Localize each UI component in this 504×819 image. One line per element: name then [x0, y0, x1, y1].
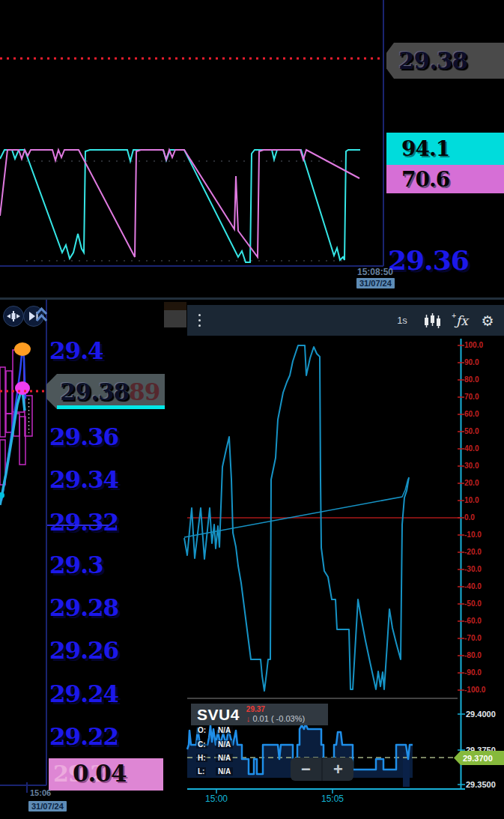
stoch-d-value-label: 70.6	[386, 165, 504, 193]
axis-ticks	[216, 345, 465, 794]
kebab-icon	[198, 314, 201, 316]
current-price-faded-digits: 89	[129, 378, 160, 405]
fit-scale-icon	[7, 310, 20, 322]
magenta-signal-marker	[15, 381, 30, 395]
current-price-main: 29.38	[46, 378, 129, 405]
stoch-k-value-label: 94.1	[386, 133, 504, 165]
osc-axis-label: 0.0	[464, 513, 475, 522]
range-box: 29.2 0.04	[49, 758, 163, 791]
interval-label: 1s	[397, 315, 407, 326]
fit-scale-button[interactable]	[3, 306, 24, 327]
indicators-plus: +	[452, 312, 456, 320]
alert-price-text: 29.38	[386, 47, 467, 74]
ladder-price-label: 29.26	[49, 637, 118, 664]
osc-axis-label: 50.0	[464, 427, 479, 435]
ladder-price-label: 29.28	[49, 594, 118, 621]
symbol-name: SVU4	[197, 706, 240, 724]
time-axis-label: 15:05	[321, 794, 344, 804]
fx-icon: ƒx	[456, 313, 468, 328]
last-price-badge: 29.3700	[454, 751, 504, 765]
zoom-controls: − +	[291, 758, 353, 781]
ohlc-high-row: H: N/A	[196, 754, 207, 762]
osc-axis-label: -40.0	[464, 582, 482, 590]
zoom-out-button[interactable]: −	[291, 758, 321, 781]
current-price-box: 29.38 89	[46, 374, 165, 409]
osc-axis-label: 100.0	[464, 341, 483, 349]
indicators-button[interactable]: + ƒx	[446, 305, 473, 336]
zoom-in-button[interactable]: +	[323, 758, 353, 781]
collapse-panel-button[interactable]	[35, 306, 48, 326]
ladder-price-label: 29.24	[49, 680, 118, 707]
settings-button[interactable]: ⚙	[475, 305, 500, 336]
ohlc-open-row: O: N/A	[196, 726, 207, 734]
osc-axis-label: -50.0	[464, 599, 482, 608]
osc-axis-label: 90.0	[464, 358, 479, 366]
candlestick-icon	[423, 313, 441, 328]
current-price-underline	[57, 405, 165, 409]
trading-app-window: 29.38 94.1 70.6 29.36 15:08:50 31/07/24 …	[0, 0, 504, 819]
ladder-price-label: 29.36	[49, 423, 118, 450]
osc-axis-label: -80.0	[464, 651, 482, 659]
last-price: 29.37	[246, 706, 305, 713]
osc-axis-label: -20.0	[464, 548, 482, 556]
osc-axis-label: 10.0	[464, 496, 479, 504]
orange-signal-marker	[14, 342, 31, 356]
interval-selector[interactable]: 1s	[391, 305, 413, 336]
top-crosshair-time: 15:08:50	[357, 267, 393, 277]
stoch-k-value-text: 94.1	[386, 136, 449, 161]
range-value-text: 0.04	[73, 760, 127, 787]
price-axis-label: 29.4000	[466, 710, 496, 719]
symbol-quote: 29.37 ↓ 0.01 ( -0.03%)	[246, 706, 305, 723]
osc-axis-label: -70.0	[464, 634, 482, 642]
osc-axis-label: -30.0	[464, 565, 482, 573]
chart-type-button[interactable]	[419, 305, 445, 336]
osc-axis-label: 70.0	[464, 393, 479, 401]
mini-candle-chart	[0, 342, 44, 505]
price-axis-label: 29.3500	[466, 780, 496, 789]
osc-axis-label: -60.0	[464, 617, 482, 625]
time-axis-label: 15:00	[205, 794, 228, 804]
ladder-time: 15:06	[30, 788, 51, 797]
price-change: ↓ 0.01 ( -0.03%)	[246, 715, 305, 723]
down-arrow-icon: ↓	[246, 714, 251, 723]
zero-level-underline	[47, 525, 109, 526]
osc-axis-label: -90.0	[464, 668, 482, 677]
partial-ui-fragment	[164, 302, 186, 327]
osc-axis-label: -10.0	[464, 531, 482, 539]
ladder-price-label: 29.22	[49, 723, 118, 750]
stoch-d-value-text: 70.6	[386, 167, 449, 192]
osc-axis-label: -100.0	[464, 686, 485, 694]
ladder-price-label: 29.32	[49, 509, 118, 536]
alert-price-label: 29.38	[386, 43, 504, 79]
osc-axis-label: 20.0	[464, 479, 479, 487]
top-crosshair-date: 31/07/24	[356, 278, 395, 288]
osc-axis-label: 80.0	[464, 375, 479, 384]
double-chevron-up-icon	[35, 306, 48, 323]
top-lower-price-label: 29.36	[388, 244, 469, 276]
panel-seam	[0, 297, 504, 300]
ladder-price-label: 29.34	[49, 466, 118, 493]
last-price-badge-text: 29.3700	[463, 754, 493, 763]
osc-axis-label: 30.0	[464, 462, 479, 470]
osc-axis-label: 60.0	[464, 410, 479, 418]
ohlc-close-row: C: N/A	[196, 740, 207, 749]
ohlc-low-row: L: N/A	[196, 767, 206, 776]
more-options-button[interactable]	[193, 305, 205, 336]
gear-icon: ⚙	[481, 312, 494, 329]
osc-axis-label: 40.0	[464, 444, 479, 453]
chart-toolbar: 1s + ƒx ⚙	[187, 305, 504, 336]
stochastic-k-line	[0, 150, 360, 262]
mini-cyan-marker	[0, 492, 4, 498]
ladder-price-label: 29.4	[49, 337, 103, 364]
symbol-info-box: SVU4 29.37 ↓ 0.01 ( -0.03%)	[191, 704, 328, 725]
ladder-date: 31/07/24	[28, 801, 67, 812]
ladder-price-label: 29.3	[49, 551, 103, 578]
